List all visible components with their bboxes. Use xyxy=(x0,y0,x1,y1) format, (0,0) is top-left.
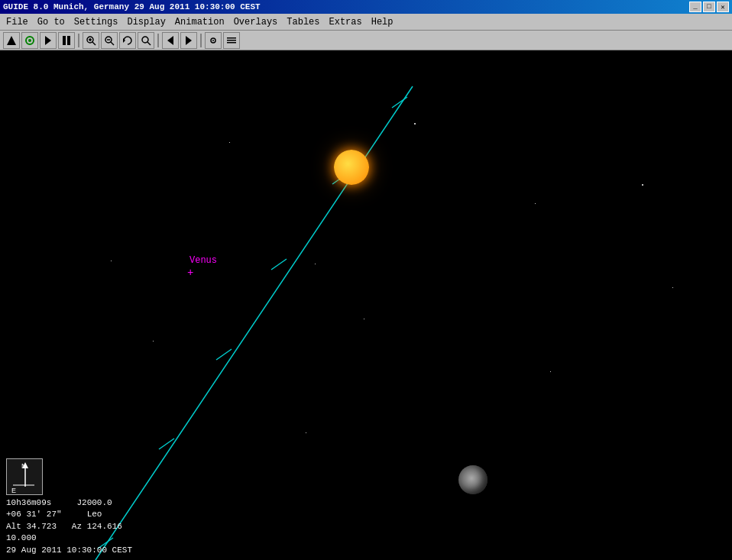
star xyxy=(414,123,416,125)
toolbar-btn-9[interactable] xyxy=(205,32,222,49)
svg-line-15 xyxy=(147,42,151,45)
svg-line-27 xyxy=(271,259,287,270)
moon xyxy=(458,465,487,494)
svg-marker-3 xyxy=(45,36,51,45)
maximize-button[interactable]: □ xyxy=(703,2,715,12)
star xyxy=(535,203,536,204)
star xyxy=(642,184,643,186)
toolbar-btn-10[interactable] xyxy=(223,32,240,49)
toolbar-separator-3 xyxy=(200,34,202,47)
toolbar-btn-8[interactable] xyxy=(180,32,197,49)
toolbar-btn-3[interactable] xyxy=(40,32,57,49)
toolbar-separator-2 xyxy=(157,34,159,47)
title-bar: GUIDE 8.0 Munich, Germany 29 Aug 2011 10… xyxy=(0,0,732,14)
venus-label: Venus xyxy=(189,255,217,266)
menu-file[interactable]: File xyxy=(2,15,33,29)
toolbar-btn-2[interactable] xyxy=(21,32,38,49)
star xyxy=(153,341,154,342)
venus-cross: + xyxy=(187,267,193,279)
star xyxy=(672,287,673,288)
toolbar-btn-6[interactable] xyxy=(138,32,154,49)
alt-az: Alt 34.723 Az 124.616 xyxy=(6,521,132,532)
star xyxy=(306,432,306,433)
svg-rect-22 xyxy=(227,42,236,44)
epoch-value: J2000.0 xyxy=(76,498,112,507)
svg-point-14 xyxy=(142,37,148,43)
az-value: Az 124.616 xyxy=(72,522,122,531)
ra-value: 10h36m09s xyxy=(6,498,51,507)
menu-tables[interactable]: Tables xyxy=(282,15,324,29)
svg-marker-0 xyxy=(7,36,16,45)
svg-text:N: N xyxy=(21,462,27,470)
menu-goto[interactable]: Go to xyxy=(33,15,70,29)
toolbar-zoom-out[interactable] xyxy=(101,32,118,49)
toolbar-separator-1 xyxy=(78,34,79,47)
menu-help[interactable]: Help xyxy=(367,15,398,29)
compass: N E xyxy=(6,458,43,495)
star xyxy=(229,142,230,143)
svg-line-29 xyxy=(392,97,407,108)
ra-epoch: 10h36m09s J2000.0 xyxy=(6,497,132,509)
sky-view[interactable]: Venus + N E 10h36m09s J2000.0 +06 31' 27… xyxy=(0,50,732,560)
svg-line-7 xyxy=(92,42,96,45)
alt-value: Alt 34.723 xyxy=(6,522,57,531)
sun xyxy=(334,150,369,185)
svg-line-26 xyxy=(216,349,232,360)
menu-overlays[interactable]: Overlays xyxy=(229,15,283,29)
title-bar-controls[interactable]: _ □ ✕ xyxy=(689,2,729,12)
menu-animation[interactable]: Animation xyxy=(170,15,229,29)
svg-line-11 xyxy=(111,42,114,45)
svg-marker-17 xyxy=(186,36,192,45)
star xyxy=(550,371,551,372)
star xyxy=(315,264,316,264)
toolbar-btn-1[interactable] xyxy=(3,32,20,49)
app-title: GUIDE 8.0 Munich, Germany 29 Aug 2011 10… xyxy=(3,2,261,11)
svg-rect-4 xyxy=(63,36,66,45)
toolbar-btn-4[interactable] xyxy=(58,32,75,49)
svg-point-2 xyxy=(28,39,31,42)
svg-line-25 xyxy=(159,439,174,449)
toolbar-btn-7[interactable] xyxy=(162,32,179,49)
svg-rect-20 xyxy=(227,37,236,39)
close-button[interactable]: ✕ xyxy=(717,2,729,12)
star xyxy=(111,261,112,261)
constellation-value: Leo xyxy=(87,510,102,519)
svg-rect-21 xyxy=(227,40,236,41)
dec-value: +06 31' 27" xyxy=(6,510,62,519)
menu-display[interactable]: Display xyxy=(122,15,170,29)
ecliptic-line xyxy=(0,50,732,560)
menu-extras[interactable]: Extras xyxy=(325,15,367,29)
dec-constellation: +06 31' 27" Leo xyxy=(6,509,132,520)
svg-marker-16 xyxy=(167,36,173,45)
datetime-display: 29 Aug 2011 10:30:00 CEST xyxy=(6,545,132,556)
zoom-level: 10.000 xyxy=(6,532,132,544)
svg-text:E: E xyxy=(11,487,16,494)
toolbar xyxy=(0,31,732,50)
svg-point-19 xyxy=(212,40,214,41)
svg-rect-5 xyxy=(67,36,70,45)
minimize-button[interactable]: _ xyxy=(689,2,701,12)
menu-settings[interactable]: Settings xyxy=(70,15,123,29)
toolbar-zoom-in[interactable] xyxy=(83,32,99,49)
menu-bar: File Go to Settings Display Animation Ov… xyxy=(0,14,732,31)
toolbar-btn-5[interactable] xyxy=(119,32,136,49)
status-info: 10h36m09s J2000.0 +06 31' 27" Leo Alt 34… xyxy=(6,497,132,556)
star xyxy=(364,319,364,319)
